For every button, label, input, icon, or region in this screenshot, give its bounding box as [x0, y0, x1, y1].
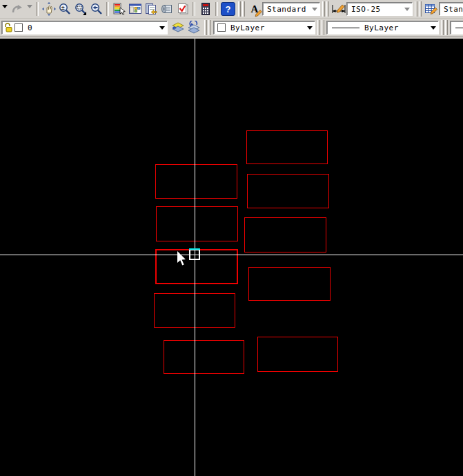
- zoom-window-button[interactable]: [72, 1, 88, 17]
- redo-button[interactable]: [9, 1, 25, 17]
- make-layer-current-icon: [171, 21, 186, 34]
- cad-rectangle[interactable]: [244, 217, 326, 252]
- svg-text:±: ±: [61, 4, 65, 11]
- table-style-icon: [424, 2, 438, 16]
- lineweight-combo[interactable]: [450, 21, 463, 34]
- redo-dropdown-arrow[interactable]: [25, 1, 34, 17]
- chevron-down-icon[interactable]: [159, 26, 165, 32]
- mouse-cursor-arrow: [177, 251, 186, 266]
- color-value: ByLayer: [228, 23, 306, 32]
- table-style-button[interactable]: [424, 1, 439, 17]
- layer-previous-button[interactable]: [186, 20, 202, 36]
- cad-rectangle[interactable]: [247, 174, 329, 208]
- chevron-down-icon[interactable]: [431, 26, 436, 32]
- toolbar-grip[interactable]: [317, 20, 324, 35]
- quickcalc-icon: [199, 2, 213, 16]
- crosshair-horizontal-line: [0, 255, 463, 255]
- pan-hand-icon: [42, 2, 56, 16]
- pencil-icon: [255, 9, 263, 17]
- unlock-icon: [4, 23, 13, 32]
- quickcalc-button[interactable]: [197, 1, 213, 17]
- toolbar-grip[interactable]: [322, 1, 329, 17]
- separator: [193, 2, 195, 16]
- dim-style-value: ISO-25: [349, 5, 403, 14]
- dim-style-button[interactable]: [331, 1, 346, 17]
- markup-set-manager-button[interactable]: [175, 1, 190, 17]
- toolbar-layers: 0 ByLayer ByL: [0, 19, 463, 37]
- tool-palettes-button[interactable]: [143, 1, 159, 17]
- chevron-down-icon[interactable]: [404, 8, 410, 14]
- hover-highlight-segment: [189, 248, 200, 250]
- cad-rectangle[interactable]: [156, 206, 238, 241]
- cad-rectangle[interactable]: [246, 130, 328, 164]
- color-combo[interactable]: ByLayer: [213, 21, 315, 34]
- toolbar-grip[interactable]: [441, 20, 448, 35]
- cad-rectangle[interactable]: [248, 267, 331, 301]
- cad-rectangle[interactable]: [164, 340, 244, 374]
- text-style-button[interactable]: A: [247, 1, 262, 17]
- zoom-previous-button[interactable]: [88, 1, 104, 17]
- dim-style-icon: [331, 2, 346, 16]
- flyout-indicator: [83, 12, 86, 15]
- zoom-previous-icon: [90, 2, 104, 16]
- pan-button[interactable]: [41, 1, 57, 17]
- properties-button[interactable]: [111, 1, 127, 17]
- layer-color-swatch: [14, 23, 23, 32]
- text-style-combo[interactable]: Standard: [262, 2, 320, 16]
- layer-name: 0: [26, 23, 158, 32]
- toolbar-grip[interactable]: [204, 20, 211, 35]
- redo-icon: [11, 3, 23, 14]
- help-icon: ?: [221, 2, 235, 16]
- help-button[interactable]: ?: [220, 1, 236, 17]
- drawing-canvas[interactable]: [0, 39, 463, 476]
- tool-palettes-icon: [144, 2, 158, 16]
- sheetset-manager-button[interactable]: [159, 1, 175, 17]
- layer-previous-icon: [187, 21, 201, 34]
- table-style-value: Standard: [442, 5, 463, 14]
- sheetset-manager-icon: [160, 2, 174, 16]
- text-style-value: Standard: [265, 5, 311, 14]
- separator: [36, 2, 39, 16]
- color-swatch: [217, 23, 226, 32]
- linetype-value: ByLayer: [362, 23, 429, 32]
- designcenter-icon: [128, 2, 142, 16]
- linetype-sample: [332, 28, 359, 28]
- linetype-combo[interactable]: ByLayer: [326, 21, 439, 34]
- lineweight-sample: [455, 28, 463, 28]
- dim-style-combo[interactable]: ISO-25: [346, 2, 413, 16]
- table-style-combo[interactable]: Standard: [439, 2, 463, 16]
- toolbar-standard: ±: [0, 0, 463, 19]
- properties-icon: [112, 2, 126, 16]
- cad-rectangle[interactable]: [155, 164, 237, 199]
- toolbar-grip[interactable]: [238, 1, 245, 17]
- make-object-layer-current-button[interactable]: [170, 20, 186, 36]
- pickbox: [189, 249, 200, 260]
- cad-rectangle[interactable]: [257, 337, 338, 372]
- autocad-window: ±: [0, 0, 463, 476]
- separator: [215, 2, 218, 16]
- chevron-down-icon[interactable]: [312, 8, 317, 14]
- zoom-realtime-button[interactable]: ±: [57, 1, 72, 17]
- undo-dropdown-arrow[interactable]: [0, 1, 9, 17]
- toolbar-grip[interactable]: [415, 1, 422, 17]
- markup-set-manager-icon: [176, 2, 190, 16]
- separator: [106, 2, 109, 16]
- chevron-down-icon[interactable]: [307, 26, 313, 32]
- designcenter-button[interactable]: [127, 1, 143, 17]
- layer-combo[interactable]: 0: [1, 21, 168, 34]
- zoom-realtime-icon: ±: [58, 2, 72, 16]
